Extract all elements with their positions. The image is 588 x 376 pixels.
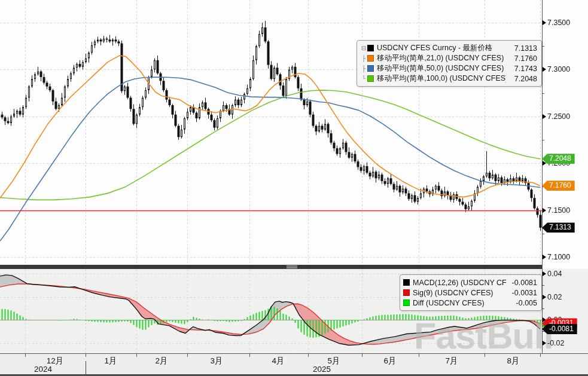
tick-arrow-icon [543,341,546,346]
tick-arrow-icon [543,20,546,25]
series-label: MACD(12,26) (USDCNY CFES) [413,279,506,287]
tick-value: 7.2500 [547,112,570,121]
macd-axis-tick-label: 0.02 [543,292,562,302]
series-label: Diff (USDCNY CFES) [413,299,506,307]
series-value: 7.1313 [506,44,537,53]
tick-value: 7.1500 [547,206,570,215]
series-label: 移动平均(简单,50,0) (USDCNY CFES) [377,63,506,74]
tick-value: 0.02 [547,292,562,302]
series-label: 移动平均(简单,100,0) (USDCNY CFES) [377,74,506,84]
series-value: -0.0081 [506,279,537,287]
tree-branch-icon: ├ [360,65,367,72]
series-label: Sig(9) (USDCNY CFES) [413,289,506,297]
series-value: -0.005 [506,299,537,307]
series-label: USDCNY CFES Curncy - 最新价格 [377,43,506,53]
price-legend-row[interactable]: ├移动平均(简单,21,0) (USDCNY CFES)7.1760 [360,53,537,63]
series-value: 7.2048 [506,75,537,83]
series-value: -0.0031 [506,289,537,297]
macd-legend-row[interactable]: MACD(12,26) (USDCNY CFES)-0.0081 [403,277,537,288]
x-axis-year-label: 2024 [34,365,52,374]
macd-legend-row[interactable]: Sig(9) (USDCNY CFES)-0.0031 [403,288,537,298]
macd-axis-tick-label: -0.02 [543,338,565,348]
chart-window: FastBull ⊟USDCNY CFES Curncy - 最新价格7.131… [0,0,588,376]
tick-arrow-icon [543,114,546,119]
price-legend-row[interactable]: ⊟USDCNY CFES Curncy - 最新价格7.1313 [360,43,537,53]
x-axis-month-label: 2月 [155,356,167,366]
tree-branch-icon: ├ [360,55,367,62]
tick-arrow-icon [543,208,546,213]
price-axis-badge: 7.1313 [542,222,575,233]
tick-arrow-icon [543,271,546,276]
collapse-expander-icon[interactable]: ⊟ [360,45,367,51]
price-axis-tick-label: 7.1500 [543,206,570,215]
tick-value: 7.1000 [547,252,570,262]
price-legend-row[interactable]: ├移动平均(简单,50,0) (USDCNY CFES)7.1743 [360,63,537,74]
tick-value: 7.3500 [547,18,570,27]
series-value: 7.1743 [506,65,537,73]
series-color-swatch-icon [403,289,410,296]
tick-arrow-icon [543,295,546,299]
x-axis-year-label: 2025 [313,365,331,374]
x-axis-month-label: 7月 [445,356,458,366]
macd-legend-box[interactable]: MACD(12,26) (USDCNY CFES)-0.0081Sig(9) (… [400,274,542,311]
series-color-swatch-icon [403,299,410,306]
tick-value: -0.02 [547,338,565,348]
tick-arrow-icon [543,67,546,72]
price-axis-tick-label: 7.3500 [543,18,570,27]
macd-axis-badge: -0.0081 [542,324,577,334]
series-color-swatch-icon [367,65,374,72]
price-axis-tick-label: 7.1000 [543,252,570,262]
price-axis-tick-label: 7.3000 [543,65,570,74]
fastbull-watermark: FastBull [414,315,553,357]
year-separator-line [86,361,86,374]
tick-value: 7.3000 [547,65,570,74]
x-axis-month-label: 6月 [383,356,396,366]
panel-divider-grip[interactable] [287,265,297,268]
price-axis-badge: 7.2048 [542,154,575,164]
price-legend-box[interactable]: ⊟USDCNY CFES Curncy - 最新价格7.1313├移动平均(简单… [357,40,542,87]
x-axis-month-label: 3月 [210,356,223,366]
series-color-swatch-icon [367,75,374,82]
price-legend-row[interactable]: └移动平均(简单,100,0) (USDCNY CFES)7.2048 [360,74,537,84]
macd-legend-row[interactable]: Diff (USDCNY CFES)-0.005 [403,298,537,308]
price-axis-tick-label: 7.2500 [543,112,570,121]
series-label: 移动平均(简单,21,0) (USDCNY CFES) [377,53,506,63]
series-color-swatch-icon [403,279,410,286]
x-axis-month-label: 4月 [272,356,284,366]
macd-axis-tick-label: 0.04 [543,269,562,279]
tick-arrow-icon [543,255,546,259]
series-value: 7.1760 [506,54,537,63]
series-color-swatch-icon [367,45,374,51]
x-axis-month-label: 8月 [507,356,519,366]
series-color-swatch-icon [367,55,374,62]
x-axis-month-label: 1月 [104,356,117,366]
tree-branch-icon: └ [360,75,367,82]
price-axis-badge: 7.1760 [542,181,575,191]
tick-value: 0.04 [547,269,562,279]
